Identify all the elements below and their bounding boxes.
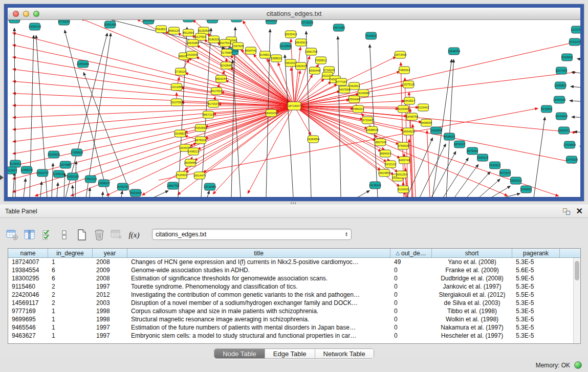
show-columns-button[interactable] <box>23 228 37 242</box>
table-row[interactable]: 977716911998Corpus callosum shape and si… <box>8 307 580 315</box>
table-cell: 6 <box>48 266 93 274</box>
graph-node-label: 19166825 <box>174 132 186 135</box>
table-cell: 9463627 <box>8 332 48 340</box>
tab-edge-table[interactable]: Edge Table <box>265 349 315 358</box>
tab-node-table[interactable]: Node Table <box>214 349 265 358</box>
zoom-window-button[interactable] <box>33 11 39 17</box>
table-cell: 14569117 <box>8 299 48 307</box>
graph-edge <box>57 183 58 197</box>
graph-node-label: 16210643 <box>555 115 568 118</box>
table-select-value: citations_edges.txt <box>156 231 206 238</box>
graph-edge <box>357 190 369 197</box>
graph-node[interactable] <box>231 20 242 22</box>
graph-node-label: 9227349 <box>556 69 567 72</box>
table-cell: 0 <box>390 299 432 307</box>
graph-node-label: 18640910 <box>295 41 307 44</box>
table-settings-button[interactable] <box>5 228 19 242</box>
table-row[interactable]: 1456911722003Disruption of a novel membe… <box>8 299 580 307</box>
table-row[interactable]: 911546021997Tourette syndrome. Phenomeno… <box>8 282 580 291</box>
graph-edge <box>13 172 14 197</box>
table-cell: 0 <box>390 266 432 274</box>
table-cell: 18724007 <box>8 258 48 266</box>
dropdown-stepper-icon: ▲▼ <box>345 232 348 237</box>
network-canvas[interactable]: 2033751324055724197331522069140618839402… <box>8 20 580 197</box>
table-cell: 5.3E-5 <box>512 315 560 323</box>
tab-network-table[interactable]: Network Table <box>315 349 374 358</box>
graph-node[interactable] <box>183 20 194 22</box>
new-table-button[interactable] <box>75 228 89 242</box>
graph-node-label: 15923448 <box>129 191 142 194</box>
column-header-short[interactable]: short <box>432 249 512 257</box>
select-all-button[interactable] <box>40 228 54 242</box>
function-builder-button[interactable]: f(x) <box>127 228 141 242</box>
column-header-pagerank[interactable]: pagerank <box>512 249 560 257</box>
graph-edge <box>142 106 294 195</box>
graph-edge <box>13 105 294 106</box>
float-panel-icon[interactable] <box>563 208 570 215</box>
graph-edge <box>580 146 580 147</box>
minimize-window-button[interactable] <box>23 11 29 17</box>
close-panel-icon[interactable]: ✕ <box>576 208 583 215</box>
deselect-all-button[interactable] <box>57 228 72 242</box>
graph-node-label: 8186328 <box>208 38 219 41</box>
column-header-title[interactable]: title <box>127 249 390 257</box>
table-cell: 5.3E-5 <box>512 307 560 315</box>
table-cell: Jankovic et al. (1997) <box>432 282 512 291</box>
column-header-name[interactable]: name <box>8 249 48 257</box>
table-cell: 1 <box>48 332 93 340</box>
table-row[interactable]: 1872400712008Changes of HCN gene express… <box>8 258 580 266</box>
graph-edge <box>213 106 294 194</box>
delete-table-button[interactable] <box>92 228 106 242</box>
memory-ok-icon <box>574 361 582 369</box>
graph-node-label: 9463627 <box>404 99 415 102</box>
table-cell: Tibbo et al. (1998) <box>432 307 512 315</box>
column-header-out_de[interactable]: △out_de… <box>390 249 432 257</box>
import-table-button[interactable] <box>110 228 124 242</box>
graph-node-label: 9245652 <box>520 188 531 191</box>
close-window-button[interactable] <box>13 11 19 17</box>
table-cell: Disruption of a novel member of a sodium… <box>127 299 390 307</box>
table-row[interactable]: 946362711997Embryonic stem cells: a mode… <box>8 332 580 340</box>
graph-node-label: 9133426 <box>398 188 408 191</box>
graph-node-label: 9361254 <box>396 173 407 176</box>
graph-edge <box>427 130 430 197</box>
graph-node-label: 16245486 <box>357 92 369 95</box>
table-select-dropdown[interactable]: citations_edges.txt ▲▼ <box>152 229 352 240</box>
window-titlebar[interactable]: citations_edges.txt <box>8 8 580 20</box>
graph-edge <box>294 106 576 163</box>
graph-node-label: 15353594 <box>194 126 207 129</box>
column-header-year[interactable]: year <box>93 249 127 257</box>
memory-status-label: Memory: OK <box>536 362 570 369</box>
table-row[interactable]: 946554611997Estimation of the future num… <box>8 323 580 332</box>
graph-node-label: 1362615 <box>295 64 306 68</box>
graph-node-label: 20337513 <box>8 20 20 21</box>
table-row[interactable]: 2242004622012Investigating the contribut… <box>8 291 580 299</box>
graph-node-label: 15751074 <box>569 40 580 43</box>
checkboxes-icon <box>42 229 52 240</box>
table-cell: 2 <box>48 291 93 299</box>
graph-node-label: 9127503 <box>195 35 206 38</box>
graph-node-label: 11675329 <box>565 158 578 161</box>
graph-node-label: 9465746 <box>399 159 409 162</box>
graph-edge <box>248 106 294 193</box>
scrollbar-thumb[interactable] <box>575 261 579 280</box>
table-toolbar: f(x) citations_edges.txt ▲▼ <box>5 227 141 243</box>
graph-edge <box>233 60 241 197</box>
graph-edge <box>572 72 580 74</box>
table-row[interactable]: 969969511998Structural magnetic resonanc… <box>8 315 580 323</box>
graph-node-label: 18839402 <box>142 20 155 22</box>
graph-edge <box>577 59 580 60</box>
graph-edge <box>412 124 416 197</box>
table-scrollbar[interactable] <box>573 258 580 343</box>
graph-node-label: 10719155 <box>301 21 313 24</box>
table-row[interactable]: 1938455462009Genome-wide association stu… <box>8 266 580 274</box>
graph-node-label: 9777169 <box>336 80 346 83</box>
network-canvas-svg[interactable]: 2033751324055724197331522069140618839402… <box>8 20 580 197</box>
graph-node-label: 1615132 <box>385 163 396 166</box>
graph-node-label: 13942757 <box>36 171 49 174</box>
graph-node-label: 32975887 <box>59 163 72 166</box>
table-row[interactable]: 1830029562008Estimation of significance … <box>8 274 580 282</box>
graph-node-label: 9756928 <box>398 144 408 147</box>
graph-edge <box>102 192 103 197</box>
column-header-in_degree[interactable]: in_degree <box>48 249 93 257</box>
